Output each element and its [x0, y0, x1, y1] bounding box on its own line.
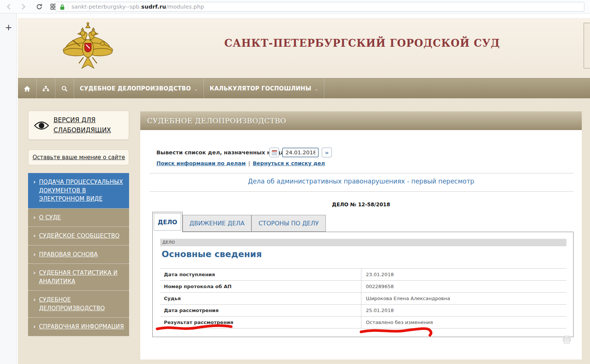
- site-title: САНКТ-ПЕТЕРБУРГСКИЙ ГОРОДСКОЙ СУД: [205, 37, 519, 49]
- arrow-right-icon: ›: [33, 323, 36, 331]
- arrow-right-icon: ›: [33, 178, 36, 203]
- sidebar-menu: › ПОДАЧА ПРОЦЕССУАЛЬНЫХ ДОКУМЕНТОВ В ЭЛЕ…: [28, 173, 129, 336]
- coat-of-arms: [62, 20, 114, 74]
- sidebar-item-label: СПРАВОЧНАЯ ИНФОРМАЦИЯ: [39, 323, 124, 331]
- address-bar[interactable]: sankt-peterburgsky--spb.sudrf.ru/modules…: [55, 2, 584, 12]
- back-to-list-link[interactable]: Вернуться к списку дел: [253, 160, 325, 166]
- arrow-right-icon: ›: [33, 232, 36, 240]
- url-path: /modules.php: [166, 4, 204, 10]
- sidebar-item-electronic-filing[interactable]: › ПОДАЧА ПРОЦЕССУАЛЬНЫХ ДОКУМЕНТОВ В ЭЛЕ…: [28, 173, 129, 209]
- back-icon: [6, 3, 11, 10]
- section-title-bar: СУДЕБНОЕ ДЕЛОПРОИЗВОДСТВО: [140, 111, 582, 130]
- table-row: Номер протокола об АП 002289658: [160, 281, 566, 293]
- links-separator: |: [248, 160, 250, 166]
- sidebar-item-about-court[interactable]: › О СУДЕ: [28, 209, 129, 227]
- sidebar-item-label: СУДЕБНАЯ СТАТИСТИКА И АНАЛИТИКА: [39, 269, 125, 286]
- url-prefix: sankt-peterburgsky--spb.: [71, 4, 141, 10]
- row-value: 002289658: [361, 281, 394, 292]
- content-panel: Вывести список дел, назначенных на дату …: [140, 130, 582, 360]
- reload-icon: [36, 3, 43, 10]
- table-row: Судья Широкова Елена Александровна: [160, 293, 566, 305]
- printer-icon: [562, 336, 571, 344]
- site-feedback-label: Оставьте ваше мнение о сайте: [33, 154, 125, 161]
- sidebar-item-reference-info[interactable]: › СПРАВОЧНАЯ ИНФОРМАЦИЯ: [28, 318, 129, 336]
- sidebar-item-court-proceedings[interactable]: › СУДЕБНОЕ ДЕЛОПРОИЗВОДСТВО: [28, 291, 129, 318]
- row-label: Дата поступления: [160, 269, 361, 280]
- chevron-down-icon: ⌄: [194, 87, 198, 92]
- nav-item-label: КАЛЬКУЛЯТОР ГОСПОШЛИНЫ: [210, 85, 311, 92]
- row-value: 25.01.2018: [361, 305, 394, 316]
- home-icon: [24, 86, 31, 92]
- search-icon: [61, 86, 68, 92]
- row-value: Широкова Елена Александровна: [361, 293, 450, 304]
- arrow-right-icon: ›: [33, 213, 36, 222]
- date-input[interactable]: [282, 148, 319, 157]
- case-links-row: Поиск информации по делам|Вернуться к сп…: [156, 160, 325, 166]
- browser-window: sankt-peterburgsky--spb.sudrf.ru/modules…: [0, 0, 590, 364]
- url-text: sankt-peterburgsky--spb.sudrf.ru/modules…: [71, 4, 204, 10]
- search-cases-link[interactable]: Поиск информации по делам: [156, 160, 246, 166]
- url-domain: sudrf.ru: [141, 4, 166, 10]
- sidebar-item-label: СУДЕЙСКОЕ СООБЩЕСТВО: [39, 232, 119, 240]
- lock-icon: [60, 4, 65, 10]
- case-details-box: ДЕЛО Основные сведения Дата поступления …: [152, 232, 574, 337]
- tab-case[interactable]: ДЕЛО: [152, 212, 183, 232]
- tab-case-parties[interactable]: СТОРОНЫ ПО ДЕЛУ: [251, 215, 326, 232]
- accessibility-version-link[interactable]: ВЕРСИЯ ДЛЯ СЛАБОВИДЯЩИХ: [28, 111, 129, 140]
- arrow-right-icon: ›: [33, 269, 36, 286]
- divider: [150, 173, 574, 173]
- forward-button[interactable]: [19, 2, 28, 11]
- browser-side-panel: +: [0, 13, 17, 364]
- case-number-title: ДЕЛО № 12-58/2018: [140, 201, 582, 207]
- sidebar-item-statistics[interactable]: › СУДЕБНАЯ СТАТИСТИКА И АНАЛИТИКА: [28, 264, 129, 291]
- case-box-strip: ДЕЛО: [160, 239, 566, 246]
- sitemap-icon: [42, 86, 49, 92]
- nav-item-court-proceedings[interactable]: СУДЕБНОЕ ДЕЛОПРОИЗВОДСТВО ⌄: [74, 78, 204, 99]
- case-details-heading: Основные сведения: [162, 249, 262, 259]
- row-label: Результат рассмотрения: [160, 317, 361, 328]
- sitemap-nav-button[interactable]: [37, 78, 55, 99]
- arrow-right-icon: ›: [33, 296, 36, 312]
- search-nav-button[interactable]: [55, 78, 74, 99]
- sidebar-item-label: ПРАВОВАЯ ОСНОВА: [39, 250, 98, 259]
- row-label: Номер протокола об АП: [160, 281, 361, 292]
- case-info-table: Дата поступления 23.01.2018 Номер проток…: [160, 268, 566, 328]
- row-value: Оставлено без изменения: [361, 317, 433, 328]
- row-label: Судья: [160, 293, 361, 304]
- header-edge-widget: [584, 23, 590, 68]
- table-row: Дата рассмотрения 25.01.2018: [160, 305, 566, 317]
- sidebar-item-judicial-community[interactable]: › СУДЕЙСКОЕ СООБЩЕСТВО: [28, 227, 129, 246]
- new-tab-button[interactable]: +: [4, 22, 13, 32]
- divider: [150, 191, 574, 192]
- main-navigation: СУДЕБНОЕ ДЕЛОПРОИЗВОДСТВО ⌄ КАЛЬКУЛЯТОР …: [18, 78, 590, 98]
- table-row: Дата поступления 23.01.2018: [160, 269, 566, 281]
- reload-button[interactable]: [34, 2, 44, 11]
- row-label: Дата рассмотрения: [160, 305, 361, 316]
- sidebar-item-label: ПОДАЧА ПРОЦЕССУАЛЬНЫХ ДОКУМЕНТОВ В ЭЛЕКТ…: [39, 178, 125, 203]
- urlbar-divider: [68, 4, 68, 10]
- sidebar-item-legal-basis[interactable]: › ПРАВОВАЯ ОСНОВА: [28, 246, 129, 264]
- calendar-button[interactable]: [269, 148, 279, 157]
- print-button[interactable]: [562, 336, 571, 345]
- site-feedback-link[interactable]: Оставьте ваше мнение о сайте: [28, 149, 129, 165]
- calendar-icon: [272, 150, 277, 155]
- nav-item-fee-calculator[interactable]: КАЛЬКУЛЯТОР ГОСПОШЛИНЫ ⌄: [204, 78, 324, 99]
- table-row: Результат рассмотрения Оставлено без изм…: [160, 317, 566, 328]
- row-value: 23.01.2018: [361, 269, 394, 280]
- case-type-title: Дела об административных правонарушениях…: [140, 178, 582, 185]
- court-site-page: САНКТ-ПЕТЕРБУРГСКИЙ ГОРОДСКОЙ СУД СУДЕБН…: [18, 18, 590, 364]
- forward-icon: [21, 3, 26, 10]
- accessibility-version-label: ВЕРСИЯ ДЛЯ СЛАБОВИДЯЩИХ: [54, 115, 125, 135]
- site-header: САНКТ-ПЕТЕРБУРГСКИЙ ГОРОДСКОЙ СУД: [18, 18, 590, 78]
- tab-case-movement[interactable]: ДВИЖЕНИЕ ДЕЛА: [183, 215, 251, 232]
- nav-item-label: СУДЕБНОЕ ДЕЛОПРОИЗВОДСТВО: [80, 85, 191, 92]
- home-nav-button[interactable]: [18, 78, 37, 99]
- sidebar-item-label: О СУДЕ: [39, 213, 61, 222]
- arrow-right-icon: ›: [33, 250, 36, 259]
- eye-icon: [34, 120, 49, 132]
- sidebar-item-label: СУДЕБНОЕ ДЕЛОПРОИЗВОДСТВО: [39, 296, 125, 312]
- back-button[interactable]: [4, 2, 13, 11]
- chevron-down-icon: ⌄: [315, 87, 318, 92]
- browser-toolbar: sankt-peterburgsky--spb.sudrf.ru/modules…: [0, 0, 590, 13]
- go-button[interactable]: »: [322, 148, 332, 157]
